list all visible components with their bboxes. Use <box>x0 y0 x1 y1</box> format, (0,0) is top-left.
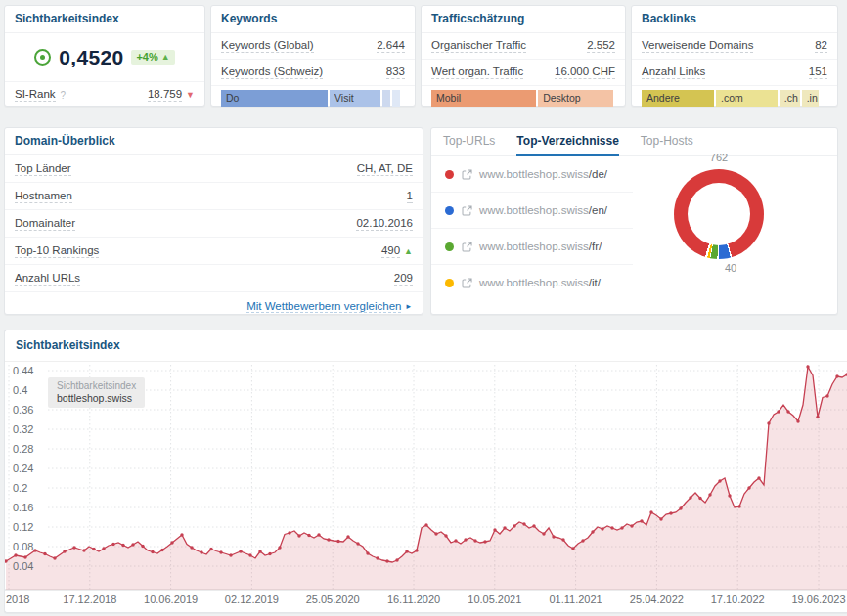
tab-top-urls[interactable]: Top-URLs <box>443 128 495 155</box>
metric-label[interactable]: Anzahl Links <box>642 66 705 79</box>
chart-legend-tooltip: Sichtbarkeitsindex bottleshop.swiss <box>48 377 145 408</box>
data-point <box>229 553 232 556</box>
metric-label[interactable]: Domainalter <box>15 217 75 231</box>
bar-segment: Mobil <box>431 90 536 107</box>
si-rank-value: 18.759 <box>148 88 182 102</box>
data-point <box>23 555 26 558</box>
data-point <box>591 530 594 533</box>
data-point <box>258 550 261 552</box>
data-point <box>160 549 163 551</box>
metric-value: 151 <box>809 66 827 79</box>
visibility-index-value: 0,4520 <box>59 46 123 69</box>
metric-row: Organischer Traffic2.552 <box>422 33 625 60</box>
data-point <box>835 374 838 377</box>
metric-label[interactable]: Verweisende Domains <box>642 39 753 53</box>
data-point <box>522 522 525 525</box>
bar-segment: .com <box>716 90 778 107</box>
series-color-dot <box>445 279 454 287</box>
data-point <box>415 549 418 551</box>
data-point <box>493 528 496 531</box>
card-title: Backlinks <box>632 6 837 33</box>
data-point <box>180 533 183 536</box>
metric-label[interactable]: Top-10 Rankings <box>15 244 99 258</box>
data-point <box>346 535 349 538</box>
data-point <box>288 531 290 534</box>
data-point <box>141 545 144 548</box>
y-tick-label: 0.28 <box>13 443 33 455</box>
down-triangle-icon: ▼ <box>186 90 195 100</box>
directory-item[interactable]: www.bottleshop.swiss/de/ <box>431 156 633 193</box>
help-icon[interactable]: ? <box>61 90 67 101</box>
tab-top-verzeichnisse[interactable]: Top-Verzeichnisse <box>516 128 618 156</box>
data-point <box>767 421 770 424</box>
data-point <box>503 526 506 529</box>
metric-label[interactable]: Organischer Traffic <box>431 39 526 53</box>
data-point <box>747 486 750 489</box>
metric-row: Verweisende Domains82 <box>632 33 837 60</box>
metric-label[interactable]: Keywords (Global) <box>221 39 314 53</box>
data-point <box>121 544 124 547</box>
metric-label[interactable]: Top Länder <box>15 162 71 176</box>
data-point <box>728 494 731 497</box>
url-suffix: /fr/ <box>589 241 602 252</box>
external-link-icon[interactable] <box>462 205 472 216</box>
compare-competitors-link[interactable]: Mit Wettbewerbern vergleichen <box>246 300 401 313</box>
visibility-chart-card: 201817.12.201810.06.201902.12.201925.05.… <box>4 330 847 613</box>
x-tick-label: 2018 <box>6 594 29 605</box>
metric-value: 209 <box>394 272 413 286</box>
card-footer: Mit Wettbewerbern vergleichen ▸ <box>5 292 423 320</box>
metric-row: Anzahl Links151 <box>632 60 837 86</box>
data-point <box>278 546 281 549</box>
data-point <box>239 550 242 552</box>
external-link-icon[interactable] <box>462 278 472 288</box>
domain-overview-card: Domain-Überblick Top LänderCH, AT, DEHos… <box>4 127 424 315</box>
traffic-distribution-bar: MobilDesktop <box>431 90 615 107</box>
data-point <box>43 552 46 555</box>
traffic-card: Trafficschätzung Organischer Traffic2.55… <box>421 5 626 107</box>
metric-label[interactable]: Keywords (Schweiz) <box>221 66 323 79</box>
y-tick-label: 0.24 <box>13 462 33 474</box>
bar-segment: Do <box>221 90 328 107</box>
directory-url: www.bottleshop.swiss/en/ <box>479 204 607 216</box>
bar-segment: .ch <box>780 90 800 107</box>
external-link-icon[interactable] <box>462 242 472 252</box>
data-point <box>14 553 17 556</box>
data-point <box>317 533 320 536</box>
bar-segment: Desktop <box>538 90 613 107</box>
data-point <box>464 538 467 541</box>
visibility-chart-svg: 201817.12.201810.06.201902.12.201925.05.… <box>5 330 847 614</box>
metric-label[interactable]: Wert organ. Traffic <box>431 66 523 79</box>
y-tick-label: 0.32 <box>13 423 33 435</box>
bar-segment-label: Mobil <box>431 92 461 104</box>
series-color-dot <box>445 206 454 215</box>
metric-row: Top-10 Rankings490▲ <box>5 238 423 265</box>
metric-value: 2.552 <box>587 39 615 53</box>
metric-label[interactable]: Hostnamen <box>15 190 72 203</box>
external-link-icon[interactable] <box>462 169 472 180</box>
data-point <box>366 551 369 554</box>
directory-item[interactable]: www.bottleshop.swiss/fr/ <box>431 229 633 265</box>
y-tick-label: 0.4 <box>13 384 27 396</box>
metric-value-wrap: 833 <box>386 66 405 79</box>
data-point <box>111 543 114 546</box>
data-point <box>679 506 682 509</box>
card-title: Sichtbarkeitsindex <box>5 6 204 33</box>
bar-segment: .in <box>802 90 819 107</box>
url-suffix: /it/ <box>589 277 601 288</box>
chart-canvas[interactable]: 201817.12.201810.06.201902.12.201925.05.… <box>5 330 847 612</box>
data-point <box>561 538 564 541</box>
directories-donut-chart <box>674 169 764 259</box>
data-point <box>405 550 408 552</box>
si-rank-label[interactable]: SI-Rank <box>15 88 56 102</box>
data-point <box>151 550 154 553</box>
donut-label-top: 762 <box>674 152 764 163</box>
data-point <box>63 550 66 552</box>
url-suffix: /de/ <box>589 168 607 180</box>
directory-item[interactable]: www.bottleshop.swiss/it/ <box>431 265 633 300</box>
directory-item[interactable]: www.bottleshop.swiss/en/ <box>431 193 633 229</box>
metric-label[interactable]: Anzahl URLs <box>15 272 80 286</box>
data-point <box>620 526 623 529</box>
bar-segment: Visit <box>330 90 380 107</box>
x-tick-label: 01.11.2021 <box>549 594 602 605</box>
x-tick-label: 10.06.2019 <box>144 594 198 605</box>
